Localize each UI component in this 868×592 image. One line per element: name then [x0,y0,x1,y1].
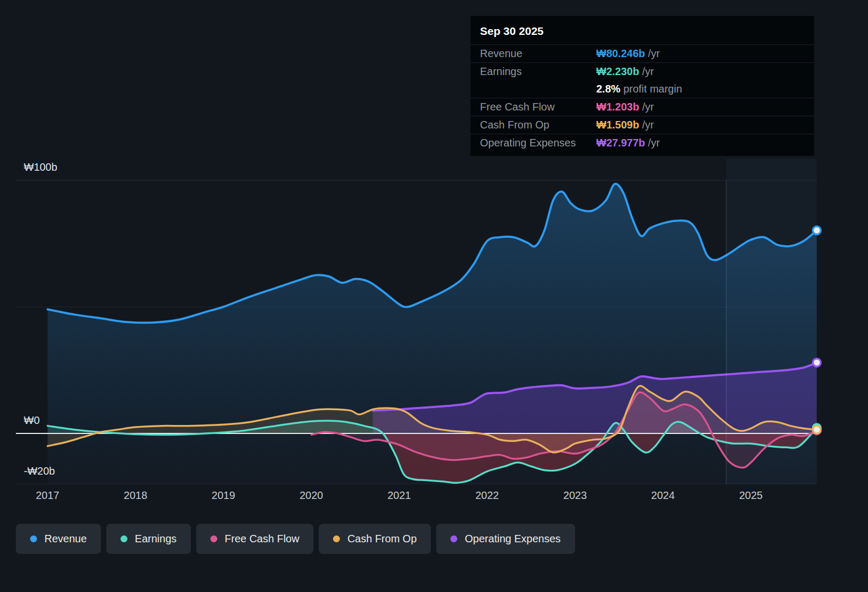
x-axis-label: 2024 [639,489,687,502]
revenue-endpoint-marker[interactable] [813,226,821,234]
financial-history-chart-page: ₩100b₩0-₩20b 201720182019202020212022202… [0,0,868,592]
row-value: 2.8% profit margin [596,80,682,98]
y-axis-label: ₩0 [24,414,40,427]
data-tooltip: Sep 30 2025 Revenue ₩80.246b /yr Earning… [470,16,814,156]
earnings-dot-icon [121,535,127,542]
legend-revenue[interactable]: Revenue [16,524,101,554]
x-axis-label: 2025 [727,489,774,502]
row-unit: /yr [639,101,654,113]
tooltip-date: Sep 30 2025 [470,16,814,44]
cash-from-op-dot-icon [333,535,340,542]
row-unit: /yr [639,119,654,131]
legend-earnings[interactable]: Earnings [106,524,191,554]
tooltip-row-profit-margin: 2.8% profit margin [470,80,814,98]
tooltip-row-earnings: Earnings ₩2.230b /yr [470,62,814,80]
row-unit: /yr [645,137,660,149]
y-axis-label: ₩100b [24,161,57,173]
cash-from-op-endpoint-marker[interactable] [813,426,821,433]
row-label: Revenue [480,45,522,62]
x-axis-label: 2020 [288,489,335,502]
row-value: ₩1.203b /yr [596,98,654,116]
row-label: Operating Expenses [480,134,576,152]
operating-expenses-dot-icon [450,535,457,542]
row-value: ₩80.246b /yr [596,45,660,62]
tooltip-row-cash-from-op: Cash From Op ₩1.509b /yr [470,116,814,134]
legend-label: Operating Expenses [465,533,560,545]
legend-label: Free Cash Flow [225,533,299,545]
x-axis-label: 2023 [551,489,599,502]
x-axis-label: 2018 [112,489,159,502]
free-cash-flow-dot-icon [210,535,217,542]
row-value: ₩27.977b /yr [596,134,660,152]
revenue-dot-icon [30,535,37,542]
row-value: ₩1.509b /yr [596,116,654,134]
tooltip-row-revenue: Revenue ₩80.246b /yr [470,44,814,62]
legend-cash-from-op[interactable]: Cash From Op [319,524,431,554]
legend-operating-expenses[interactable]: Operating Expenses [436,524,575,554]
y-axis-label: -₩20b [24,465,55,477]
row-unit: profit margin [621,83,682,95]
tooltip-row-free-cash-flow: Free Cash Flow ₩1.203b /yr [470,98,814,116]
legend-free-cash-flow[interactable]: Free Cash Flow [196,524,313,554]
operating-expenses-endpoint-marker[interactable] [813,358,821,366]
legend-label: Earnings [135,533,177,545]
row-value: ₩2.230b /yr [596,63,654,80]
tooltip-row-operating-expenses: Operating Expenses ₩27.977b /yr [470,134,814,152]
x-axis-label: 2019 [200,489,247,502]
legend: Revenue Earnings Free Cash Flow Cash Fro… [16,524,575,554]
x-axis-label: 2021 [375,489,423,502]
row-label: Earnings [480,63,522,80]
legend-label: Cash From Op [347,533,417,545]
row-label: Free Cash Flow [480,98,555,116]
x-axis-label: 2017 [24,489,71,502]
row-label: Cash From Op [480,116,549,134]
x-axis-label: 2022 [464,489,511,502]
legend-label: Revenue [44,533,87,545]
row-unit: /yr [645,48,660,59]
row-unit: /yr [639,66,654,77]
x-axis: 201720182019202020212022202320242025 [0,489,868,503]
